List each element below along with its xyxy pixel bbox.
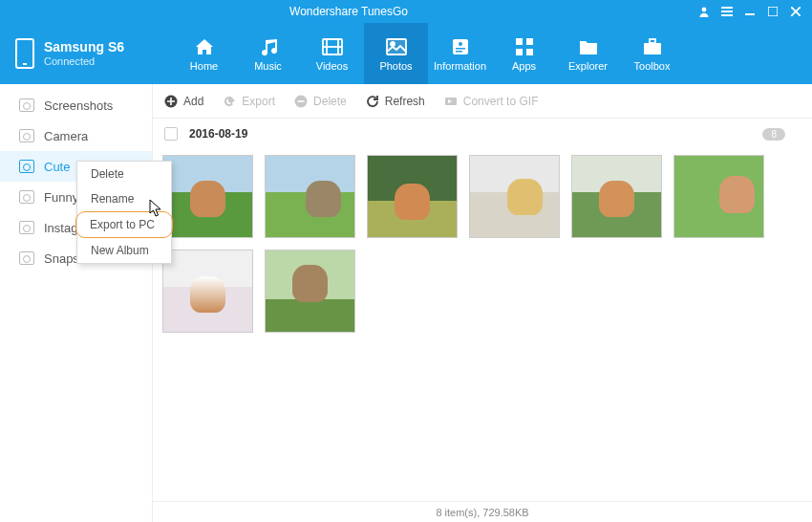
user-icon[interactable] bbox=[697, 5, 711, 18]
toolbar-label: Export bbox=[242, 95, 275, 108]
device-name: Samsung S6 bbox=[44, 40, 124, 54]
album-icon bbox=[19, 98, 34, 112]
photo-thumb[interactable] bbox=[265, 250, 355, 333]
nav-label: Music bbox=[254, 60, 282, 72]
sidebar-item-label: Cute bbox=[44, 160, 70, 174]
toolbar-label: Convert to GIF bbox=[463, 95, 539, 108]
nav-information[interactable]: Information bbox=[428, 23, 492, 84]
select-all-checkbox[interactable] bbox=[164, 127, 178, 141]
window-controls bbox=[697, 5, 812, 18]
delete-button[interactable]: Delete bbox=[294, 95, 347, 108]
home-icon bbox=[192, 36, 217, 57]
photo-thumb[interactable] bbox=[571, 155, 662, 238]
sidebar-item-screenshots[interactable]: Screenshots bbox=[0, 90, 152, 120]
status-bar: 8 item(s), 729.58KB bbox=[153, 501, 812, 522]
toolbar-label: Delete bbox=[313, 95, 347, 108]
nav-label: Information bbox=[434, 60, 486, 72]
svg-rect-3 bbox=[721, 14, 733, 16]
nav-tabs: Home Music Videos Photos Information App… bbox=[172, 23, 812, 84]
maximize-button[interactable] bbox=[766, 5, 780, 18]
album-icon bbox=[19, 160, 34, 173]
header-nav: Samsung S6 Connected Home Music Videos P… bbox=[0, 23, 812, 84]
album-icon bbox=[19, 221, 34, 234]
nav-label: Home bbox=[190, 60, 218, 72]
nav-toolbox[interactable]: Toolbox bbox=[620, 23, 684, 84]
device-panel[interactable]: Samsung S6 Connected bbox=[0, 23, 153, 84]
svg-point-15 bbox=[459, 42, 462, 46]
section-header: 2016-08-19 8 bbox=[153, 119, 812, 149]
music-icon bbox=[256, 36, 281, 57]
nav-label: Explorer bbox=[568, 60, 608, 72]
toolbar-label: Add bbox=[183, 95, 203, 108]
nav-apps[interactable]: Apps bbox=[492, 23, 556, 84]
ctx-new-album[interactable]: New Album bbox=[77, 238, 171, 263]
svg-point-13 bbox=[391, 42, 395, 46]
photo-thumb[interactable] bbox=[162, 250, 253, 333]
refresh-icon bbox=[366, 95, 379, 108]
close-button[interactable] bbox=[789, 5, 802, 18]
photo-thumb[interactable] bbox=[265, 155, 355, 238]
photos-icon bbox=[384, 36, 409, 57]
minimize-button[interactable] bbox=[743, 5, 757, 18]
svg-rect-21 bbox=[526, 49, 533, 55]
export-icon bbox=[223, 95, 236, 108]
app-title: Wondershare TunesGo bbox=[0, 5, 697, 18]
toolbar: Add Export Delete Refresh Convert to GIF bbox=[153, 84, 812, 119]
svg-rect-4 bbox=[745, 13, 755, 15]
photo-grid bbox=[153, 149, 812, 501]
nav-videos[interactable]: Videos bbox=[300, 23, 364, 84]
photo-thumb[interactable] bbox=[469, 155, 560, 238]
main-content: Add Export Delete Refresh Convert to GIF… bbox=[153, 84, 812, 522]
menu-icon[interactable] bbox=[720, 5, 734, 18]
nav-label: Videos bbox=[316, 60, 348, 72]
nav-photos[interactable]: Photos bbox=[364, 23, 428, 84]
svg-rect-20 bbox=[516, 49, 523, 55]
nav-label: Photos bbox=[379, 60, 412, 72]
svg-point-0 bbox=[702, 8, 707, 12]
ctx-delete[interactable]: Delete bbox=[77, 162, 171, 186]
svg-rect-16 bbox=[456, 48, 465, 50]
svg-rect-5 bbox=[768, 7, 778, 16]
refresh-button[interactable]: Refresh bbox=[366, 95, 425, 108]
ctx-rename[interactable]: Rename bbox=[77, 186, 171, 211]
svg-rect-26 bbox=[298, 100, 305, 102]
svg-rect-23 bbox=[650, 39, 655, 43]
nav-explorer[interactable]: Explorer bbox=[556, 23, 620, 84]
nav-label: Toolbox bbox=[634, 60, 671, 72]
minus-icon bbox=[294, 95, 308, 108]
section-count-badge: 8 bbox=[762, 128, 785, 141]
explorer-icon bbox=[576, 36, 601, 57]
photo-thumb[interactable] bbox=[162, 155, 253, 238]
sidebar-item-label: Camera bbox=[44, 129, 88, 143]
photo-thumb[interactable] bbox=[673, 155, 764, 238]
nav-music[interactable]: Music bbox=[236, 23, 300, 84]
add-button[interactable]: Add bbox=[164, 95, 203, 108]
export-button[interactable]: Export bbox=[223, 95, 275, 108]
context-menu: Delete Rename Export to PC New Album bbox=[76, 161, 172, 264]
svg-rect-14 bbox=[453, 39, 468, 54]
ctx-export-to-pc[interactable]: Export to PC bbox=[75, 211, 173, 238]
convert-gif-button[interactable]: Convert to GIF bbox=[444, 95, 539, 108]
nav-home[interactable]: Home bbox=[172, 23, 236, 84]
gif-icon bbox=[444, 95, 458, 108]
sidebar-item-camera[interactable]: Camera bbox=[0, 120, 152, 151]
svg-rect-2 bbox=[721, 11, 733, 12]
status-text: 8 item(s), 729.58KB bbox=[436, 507, 528, 518]
sidebar-item-label: Funny bbox=[44, 190, 78, 205]
apps-icon bbox=[512, 36, 537, 57]
phone-icon bbox=[15, 38, 34, 69]
album-icon bbox=[19, 251, 34, 265]
section-date: 2016-08-19 bbox=[189, 127, 247, 141]
videos-icon bbox=[320, 36, 345, 57]
photo-thumb[interactable] bbox=[367, 155, 458, 238]
album-icon bbox=[19, 129, 34, 142]
svg-rect-12 bbox=[387, 39, 406, 54]
album-icon bbox=[19, 190, 34, 204]
svg-rect-17 bbox=[456, 51, 462, 53]
device-status: Connected bbox=[44, 55, 124, 67]
titlebar: Wondershare TunesGo bbox=[0, 0, 812, 23]
svg-rect-18 bbox=[516, 38, 523, 45]
svg-rect-19 bbox=[526, 38, 533, 45]
nav-label: Apps bbox=[512, 60, 536, 72]
svg-rect-22 bbox=[644, 43, 661, 54]
